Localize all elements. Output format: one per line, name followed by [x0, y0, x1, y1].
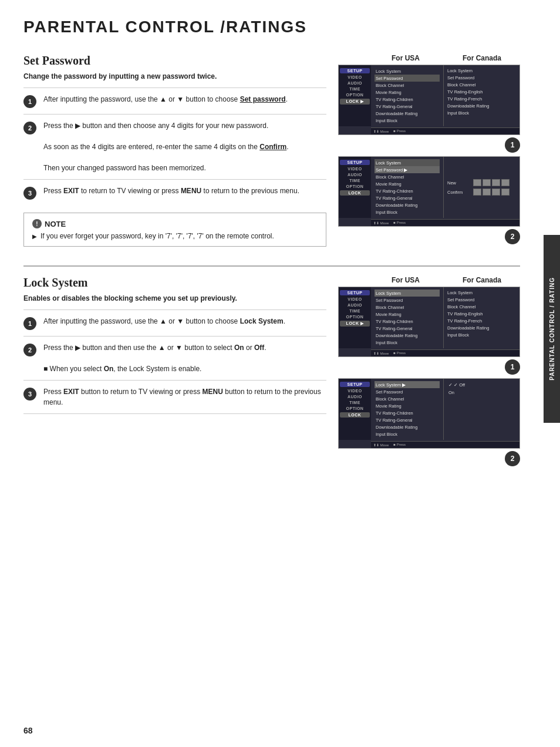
sidebar-option: OPTION: [339, 92, 371, 97]
footer-move: ⬆⬇ Move: [373, 129, 389, 133]
side-tab-text: PARENTAL CONTROL / RATING: [549, 277, 555, 381]
section-divider: [23, 265, 520, 267]
footer-press: ■ Press: [393, 129, 406, 133]
step-2-circle: 2: [23, 122, 36, 134]
lock-tv-screen-2: SETUP VIDEO AUDIO TIME OPTION LOCK Lock …: [338, 378, 520, 466]
new-password-boxes: [473, 179, 510, 186]
step-3-circle: 3: [23, 187, 36, 200]
sidebar-video: VIDEO: [339, 75, 371, 80]
lock-step-2-circle: 2: [23, 344, 36, 356]
lock-step-3-text: Press EXIT button to return to TV viewin…: [43, 386, 326, 408]
lock-step-3-circle: 3: [23, 388, 36, 401]
tv-canada-menu-1: Lock System Set Password Block Channel T…: [443, 65, 519, 126]
lock-tv-screen-1: SETUP VIDEO AUDIO TIME OPTION LOCK ▶ Loc…: [338, 287, 520, 375]
badge-row-1: 1: [338, 135, 520, 153]
step-1-text: After inputting the password, use the ▲ …: [43, 94, 288, 108]
lock-step-1-text: After inputting the password, use the ▲ …: [43, 316, 285, 330]
set-password-step-3: 3 Press EXIT to return to TV viewing or …: [23, 179, 326, 206]
tv-usa-menu-2: Lock System Set Password ▶ Block Channel…: [371, 157, 443, 218]
lock-system-screens: For USA For Canada SETUP VIDEO AUDIO TIM…: [338, 276, 520, 470]
note-icon: !: [32, 219, 42, 228]
sidebar-video-2: VIDEO: [339, 166, 371, 171]
badge-row-2: 2: [338, 227, 520, 244]
tv-sidebar-1: SETUP VIDEO AUDIO TIME OPTION LOCK ▶: [339, 65, 371, 126]
tv-screen-1: SETUP VIDEO AUDIO TIME OPTION LOCK ▶ Loc…: [338, 65, 520, 153]
lock-canada-menu-1: Lock System Set Password Block Channel T…: [443, 287, 519, 348]
set-password-title: Set Password: [23, 54, 326, 68]
lock-step-2-text: Press the ▶ button and then use the ▲ or…: [43, 342, 266, 374]
new-password-row: New: [447, 179, 516, 186]
for-canada-label-1: For Canada: [444, 54, 520, 62]
region-labels-1: For USA For Canada: [338, 54, 520, 62]
lock-step-1-circle: 1: [23, 317, 36, 330]
sidebar-lock-2: LOCK: [340, 190, 370, 196]
page-title: PARENTAL CONTROL /RATINGS: [23, 18, 520, 36]
lock-step-2: 2 Press the ▶ button and then use the ▲ …: [23, 336, 326, 380]
lock-usa-menu-1: Lock System Set Password Block Channel M…: [371, 287, 443, 348]
lock-sidebar-2: SETUP VIDEO AUDIO TIME OPTION LOCK: [339, 379, 371, 440]
sidebar-option-2: OPTION: [339, 184, 371, 189]
step-1-circle: 1: [23, 95, 36, 108]
set-password-step-1: 1 After inputting the password, use the …: [23, 88, 326, 114]
note-title: ! NOTE: [32, 219, 318, 228]
for-canada-label-2: For Canada: [444, 276, 520, 284]
lock-system-subtitle: Enables or disables the blocking scheme …: [23, 294, 326, 302]
lock-system-title: Lock System: [23, 276, 326, 290]
footer-move-2: ⬆⬇ Move: [373, 221, 389, 225]
sidebar-audio-2: AUDIO: [339, 172, 371, 177]
step-3-text: Press EXIT to return to TV viewing or pr…: [43, 186, 299, 200]
lock-step-1: 1 After inputting the password, use the …: [23, 309, 326, 336]
new-label: New: [447, 180, 471, 186]
side-tab: PARENTAL CONTROL / RATING: [544, 235, 560, 423]
sidebar-lock: LOCK ▶: [340, 99, 370, 105]
sidebar-audio: AUDIO: [339, 80, 371, 86]
sidebar-setup: SETUP: [340, 68, 370, 73]
tv-screen-2: SETUP VIDEO AUDIO TIME OPTION LOCK Lock …: [338, 156, 520, 244]
lock-usa-menu-2: Lock System ▶ Set Password Block Channel…: [371, 379, 443, 440]
set-password-screens: For USA For Canada SETUP VIDEO AUDIO TIM…: [338, 54, 520, 248]
note-item: ▶ If you ever forget your password, key …: [32, 232, 318, 240]
sidebar-time-2: TIME: [339, 178, 371, 183]
tv-usa-menu-1: Lock System Set Password Block Channel M…: [371, 65, 443, 126]
sidebar-time: TIME: [339, 86, 371, 92]
lock-step-3: 3 Press EXIT button to return to TV view…: [23, 380, 326, 414]
password-submenu: New Confirm: [443, 157, 519, 218]
confirm-label: Confirm: [447, 190, 471, 195]
set-password-subtitle: Change the password by inputting a new p…: [23, 72, 326, 80]
sidebar-setup-2: SETUP: [340, 160, 370, 165]
footer-press-2: ■ Press: [393, 221, 406, 225]
for-usa-label-1: For USA: [367, 54, 444, 62]
set-password-step-2: 2 Press the ▶ button and then choose any…: [23, 114, 326, 179]
for-usa-label-2: For USA: [367, 276, 444, 284]
lock-offon-submenu: ✓ Off On: [443, 379, 519, 440]
tv-sidebar-2: SETUP VIDEO AUDIO TIME OPTION LOCK: [339, 157, 371, 218]
confirm-password-row: Confirm: [447, 189, 516, 196]
step-2-text: Press the ▶ button and then choose any 4…: [43, 120, 289, 173]
page-number: 68: [23, 726, 33, 735]
confirm-password-boxes: [473, 189, 510, 196]
note-box: ! NOTE ▶ If you ever forget your passwor…: [23, 213, 326, 247]
lock-sidebar-1: SETUP VIDEO AUDIO TIME OPTION LOCK ▶: [339, 287, 371, 348]
region-labels-2: For USA For Canada: [338, 276, 520, 284]
